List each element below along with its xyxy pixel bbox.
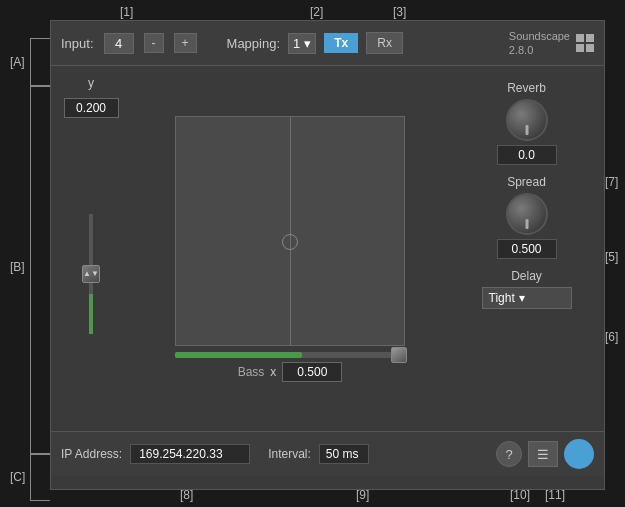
- effects-section: Reverb 0.0 Spread: [449, 66, 604, 431]
- y-label: y: [88, 76, 94, 90]
- ann-8: [8]: [180, 488, 193, 502]
- ann-7: [7]: [605, 175, 618, 189]
- input-plus-button[interactable]: +: [174, 33, 197, 53]
- delay-chevron-icon: ▾: [519, 291, 525, 305]
- reverb-knob-row: [459, 99, 594, 141]
- x-label: x: [270, 365, 276, 379]
- spread-label: Spread: [459, 175, 594, 189]
- section-b: y 0.200 ▲▼: [51, 66, 604, 431]
- y-slider-green-fill: [89, 294, 93, 334]
- spread-knob-row: [459, 193, 594, 235]
- ann-5: [5]: [605, 250, 618, 264]
- delay-label: Delay: [459, 269, 594, 283]
- grid-icon[interactable]: [576, 34, 594, 52]
- xy-pad[interactable]: [175, 116, 405, 346]
- spread-value[interactable]: 0.500: [497, 239, 557, 259]
- y-slider-section: y 0.200 ▲▼: [51, 66, 131, 431]
- mapping-label: Mapping:: [227, 36, 280, 51]
- ann-11: [11]: [545, 488, 565, 502]
- delay-value: Tight: [489, 291, 515, 305]
- x-slider-thumb[interactable]: [391, 347, 407, 363]
- xy-cursor: [282, 234, 298, 250]
- soundscape-area: Soundscape 2.8.0: [509, 29, 594, 58]
- y-value[interactable]: 0.200: [64, 98, 119, 118]
- ann-9: [9]: [356, 488, 369, 502]
- ann-1: [1]: [120, 5, 133, 19]
- ip-address-input[interactable]: [130, 444, 250, 464]
- reverb-label: Reverb: [459, 81, 594, 95]
- xy-bottom-row: Bass x 0.500: [238, 362, 343, 382]
- main-panel: Input: 4 - + Mapping: 1 ▾ Tx Rx Soundsca…: [50, 20, 605, 490]
- reverb-knob[interactable]: [506, 99, 548, 141]
- y-slider-track[interactable]: ▲▼: [89, 214, 93, 334]
- x-slider-track[interactable]: [175, 352, 405, 358]
- reverb-value[interactable]: 0.0: [497, 145, 557, 165]
- xy-pad-section: Bass x 0.500: [131, 66, 449, 431]
- bracket-c-label: [C]: [10, 470, 25, 484]
- x-slider-fill: [175, 352, 302, 358]
- input-label: Input:: [61, 36, 94, 51]
- mapping-select[interactable]: 1 ▾: [288, 33, 316, 54]
- interval-label: Interval:: [268, 447, 311, 461]
- x-value[interactable]: 0.500: [282, 362, 342, 382]
- reverb-group: Reverb 0.0: [459, 81, 594, 165]
- section-c: IP Address: Interval: ? ☰: [51, 431, 604, 476]
- footer-actions: ? ☰: [496, 439, 594, 469]
- ann-2: [2]: [310, 5, 323, 19]
- bass-label: Bass: [238, 365, 265, 379]
- ip-label: IP Address:: [61, 447, 122, 461]
- delay-group: Delay Tight ▾: [459, 269, 594, 309]
- delay-select[interactable]: Tight ▾: [482, 287, 572, 309]
- menu-button[interactable]: ☰: [528, 441, 558, 467]
- input-minus-button[interactable]: -: [144, 33, 164, 53]
- x-slider-row: [175, 352, 405, 358]
- connect-button[interactable]: [564, 439, 594, 469]
- bracket-b-label: [B]: [10, 260, 25, 274]
- reverb-knob-indicator: [525, 125, 528, 135]
- ann-6: [6]: [605, 330, 618, 344]
- soundscape-text: Soundscape 2.8.0: [509, 29, 570, 58]
- bracket-a-label: [A]: [10, 55, 25, 69]
- input-value[interactable]: 4: [104, 33, 134, 54]
- y-slider-thumb[interactable]: ▲▼: [82, 265, 100, 283]
- mapping-line: [290, 117, 291, 345]
- y-slider-arrows-icon: ▲▼: [83, 270, 99, 278]
- spread-knob[interactable]: [506, 193, 548, 235]
- interval-input[interactable]: [319, 444, 369, 464]
- help-button[interactable]: ?: [496, 441, 522, 467]
- ann-10: [10]: [510, 488, 530, 502]
- mapping-area: Mapping: 1 ▾ Tx Rx: [227, 32, 403, 54]
- spread-group: Spread 0.500: [459, 175, 594, 259]
- spread-knob-indicator: [525, 219, 528, 229]
- ann-3: [3]: [393, 5, 406, 19]
- rx-button[interactable]: Rx: [366, 32, 403, 54]
- tx-button[interactable]: Tx: [324, 33, 358, 53]
- section-a: Input: 4 - + Mapping: 1 ▾ Tx Rx Soundsca…: [51, 21, 604, 66]
- y-slider-container: ▲▼: [89, 126, 93, 421]
